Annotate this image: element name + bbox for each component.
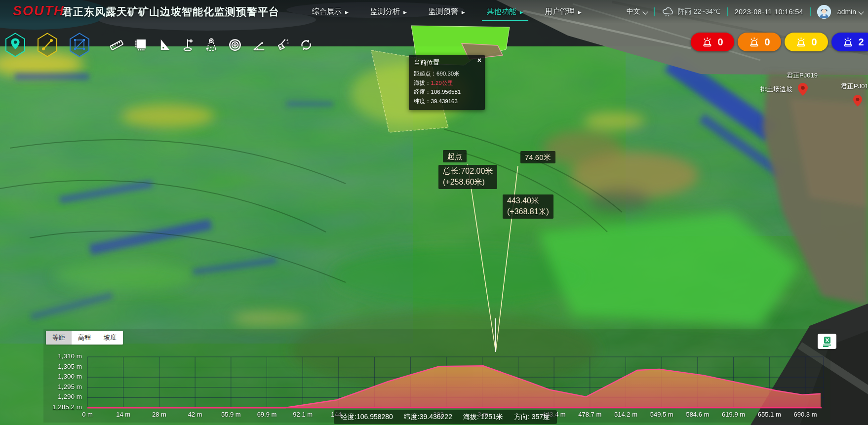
location-pin-button[interactable]: [4, 33, 27, 57]
status-item: 方向: 357度: [514, 413, 550, 422]
x-axis-label: 69.9 m: [257, 411, 277, 418]
x-axis-label: 514.2 m: [614, 411, 637, 418]
chevron-down-icon: [642, 9, 648, 14]
measure-total-line1: 总长:702.00米: [443, 166, 493, 177]
close-icon[interactable]: ×: [477, 57, 481, 64]
position-row-value: 690.30米: [436, 71, 460, 77]
triangle-measure-icon[interactable]: [157, 38, 171, 52]
chart-tabs: 等距高程坡度: [46, 331, 123, 345]
x-axis-label: 14 m: [116, 411, 130, 418]
measure-total-label: 总长:702.00米 (+258.60米): [438, 165, 497, 189]
user-menu[interactable]: admin: [837, 8, 863, 16]
main-nav: 综合展示▶监测分析▶监测预警▶其他功能▶用户管理▶: [312, 0, 582, 23]
clear-broom-icon[interactable]: [275, 38, 290, 52]
x-axis-label: 584.6 m: [686, 411, 709, 418]
excel-export-button[interactable]: [818, 334, 836, 349]
marker-label: 君正PJ019: [787, 71, 818, 80]
measure-seg1-label: 74.60米: [520, 151, 555, 163]
x-axis-label: 549.5 m: [650, 411, 673, 418]
map-pin[interactable]: [798, 83, 808, 96]
y-axis-label: 1,310 m: [46, 352, 82, 360]
nav-item-1[interactable]: 监测分析▶: [370, 7, 407, 16]
marker-label: 排土场边坡: [760, 85, 792, 94]
alarm-count: 0: [717, 37, 723, 48]
nav-item-label: 综合展示: [312, 7, 342, 16]
measure-seg2-line1: 443.40米: [507, 195, 549, 206]
siren-icon: [749, 37, 760, 48]
excel-export-icon: [821, 336, 833, 348]
x-axis-label: 0 m: [82, 411, 93, 418]
x-axis-label: 55.9 m: [221, 411, 241, 418]
measure-tools: [109, 38, 314, 52]
alarm-count: 2: [858, 37, 864, 48]
measure-path-button[interactable]: [36, 33, 59, 57]
chart-tab-等距[interactable]: 等距: [46, 331, 72, 345]
measure-seg2-label: 443.40米 (+368.81米): [503, 194, 553, 219]
nav-item-label: 其他功能: [487, 7, 516, 16]
nav-item-4[interactable]: 用户管理▶: [545, 7, 582, 16]
position-row-value: 106.956581: [431, 89, 461, 95]
language-selector[interactable]: 中文: [627, 7, 647, 16]
position-row: 距起点：690.30米: [414, 69, 480, 78]
chevron-right-icon: ▶: [345, 9, 349, 14]
marker-label: 君正PJ01: [841, 82, 868, 91]
cone-projection-icon[interactable]: [204, 38, 219, 52]
alarm-badge-orange[interactable]: 0: [738, 33, 781, 51]
user-avatar-icon: [817, 5, 831, 19]
status-item: 纬度:39.436222: [404, 413, 452, 422]
position-row-label: 海拔：: [414, 80, 431, 86]
status-item: 海拔: 1251米: [463, 413, 503, 422]
refresh-icon[interactable]: [299, 38, 314, 52]
y-axis-label: 1,285.2 m: [46, 403, 82, 411]
datetime-display: 2023-08-11 10:16:54: [735, 8, 803, 16]
siren-icon: [702, 37, 713, 48]
nav-item-0[interactable]: 综合展示▶: [312, 7, 349, 16]
nav-item-label: 用户管理: [545, 7, 575, 16]
x-axis-label: 28 m: [152, 411, 166, 418]
current-position-panel: × 当前位置 距起点：690.30米海拔：1.29公里经度：106.956581…: [409, 55, 485, 110]
nav-item-2[interactable]: 监测预警▶: [429, 7, 465, 16]
chart-tab-高程[interactable]: 高程: [72, 331, 97, 345]
concentric-circles-icon[interactable]: [228, 38, 242, 52]
app-window: SOUTH 君正东风露天矿矿山边坡智能化监测预警平台 综合展示▶监测分析▶监测预…: [0, 0, 868, 425]
y-axis-label: 1,290 m: [46, 393, 82, 400]
chevron-right-icon: ▶: [462, 9, 465, 14]
position-row-label: 距起点：: [414, 71, 436, 77]
alarm-badge-blue[interactable]: 2: [831, 33, 868, 51]
chevron-right-icon: ▶: [578, 9, 582, 14]
position-row-label: 纬度：: [414, 98, 431, 104]
position-row: 经度：106.956581: [414, 87, 480, 97]
x-axis-label: 478.7 m: [578, 411, 601, 418]
divider: [654, 7, 655, 16]
divider: [810, 7, 811, 16]
x-axis-label: 92.1 m: [293, 411, 313, 418]
nav-item-3[interactable]: 其他功能▶: [487, 7, 523, 16]
measure-seg2-line2: (+368.81米): [507, 206, 549, 217]
angle-measure-icon[interactable]: [251, 38, 266, 52]
ruler-icon[interactable]: [109, 38, 124, 52]
page-title: 君正东风露天矿矿山边坡智能化监测预警平台: [62, 5, 279, 19]
avatar[interactable]: [817, 5, 831, 19]
measure-start-label: 起点: [443, 150, 467, 162]
position-row-value: 1.29公里: [431, 80, 453, 86]
status-bar: 经度:106.958280纬度:39.436222海拔: 1251米方向: 35…: [334, 410, 557, 424]
measure-total-line2: (+258.60米): [443, 177, 493, 188]
nav-item-label: 监测预警: [429, 7, 458, 16]
area-measure-icon[interactable]: [133, 38, 148, 52]
x-axis-label: 690.3 m: [794, 411, 817, 418]
alarm-count: 0: [764, 37, 770, 48]
profile-chart-panel: [43, 329, 830, 423]
y-axis-label: 1,300 m: [46, 373, 82, 380]
alarm-badges: 0002: [691, 33, 868, 51]
chart-tab-坡度[interactable]: 坡度: [97, 331, 123, 345]
siren-icon: [795, 37, 807, 48]
nav-item-label: 监测分析: [370, 7, 400, 16]
siren-icon: [842, 37, 854, 48]
alarm-badge-red[interactable]: 0: [691, 33, 734, 51]
polygon-select-button[interactable]: [68, 33, 91, 57]
position-row: 海拔：1.29公里: [414, 78, 480, 88]
map-pin[interactable]: [853, 95, 862, 107]
alarm-badge-yellow[interactable]: 0: [785, 33, 828, 51]
stake-marker-icon[interactable]: [180, 38, 195, 52]
position-panel-rows: 距起点：690.30米海拔：1.29公里经度：106.956581纬度：39.4…: [414, 69, 480, 106]
